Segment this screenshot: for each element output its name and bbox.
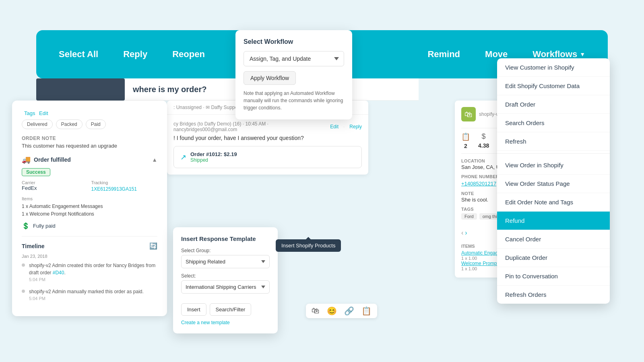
- timeline-section: Timeline 🔄 Jan 23, 2018 shopify-v2 Admin…: [22, 236, 157, 302]
- fulfilled-header: 🚚 Order fulfilled ▲: [22, 155, 157, 164]
- tracking-link[interactable]: 1XE61259913GA151: [91, 186, 137, 192]
- tag-packed: Packed: [56, 119, 83, 129]
- item-2: 1 x Welcome Prompt Notifications: [22, 210, 157, 218]
- carrier-label: Carrier: [22, 180, 88, 185]
- items-label: Items: [22, 196, 157, 201]
- dropdown-divider: [497, 153, 610, 154]
- remind-button[interactable]: Remind: [421, 46, 466, 63]
- message-text: ! I found your order, have I answered yo…: [173, 135, 362, 141]
- tag-paid: Paid: [86, 119, 106, 129]
- amount-stat: $ 4.38: [478, 132, 489, 149]
- phone-link[interactable]: +14085201217: [461, 181, 496, 187]
- edit-link[interactable]: Edit: [330, 124, 339, 130]
- timeline-dot-1: [22, 263, 25, 267]
- success-badge: Success: [22, 168, 50, 176]
- timeline-title: Timeline: [22, 243, 45, 249]
- dropdown-cancel-order[interactable]: Cancel Order: [497, 230, 610, 249]
- conversation-subject: where is my order?: [133, 85, 206, 94]
- dark-sidebar-panel: [36, 78, 125, 101]
- timeline-text-2: shopify-v2 Admin manually marked this or…: [29, 288, 144, 302]
- timeline-item-1: shopify-v2 Admin created this order for …: [22, 262, 157, 283]
- orders-icon: 📋: [461, 132, 470, 141]
- dropdown-refresh[interactable]: Refresh: [497, 132, 610, 151]
- dropdown-search-orders[interactable]: Search Orders: [497, 114, 610, 132]
- template-actions: Insert Search/Filter: [181, 303, 270, 316]
- apply-workflow-button[interactable]: Apply Workflow: [244, 71, 296, 85]
- tracking-label: Tracking: [91, 180, 158, 185]
- tags-label: Tags Edit: [22, 110, 157, 116]
- timeline-item-2: shopify-v2 Admin manually marked this or…: [22, 288, 157, 302]
- order-card-title: Order #1012: $2.19: [190, 151, 237, 157]
- dropdown-view-customer[interactable]: View Customer in Shopify: [497, 58, 610, 77]
- external-link-icon: ↗: [180, 153, 186, 162]
- tags-edit-link[interactable]: Edit: [39, 110, 48, 116]
- left-sidebar-panel: Tags Edit Delivered Packed Paid Order No…: [12, 101, 167, 316]
- dropdown-pin-to-conversation[interactable]: Pin to Conversation: [497, 267, 610, 286]
- order-fulfilled-section: 🚚 Order fulfilled ▲ Success Carrier FedE…: [22, 155, 157, 230]
- conversation-toolbar: 🛍 😊 🔗 📋: [306, 304, 377, 318]
- order-note-section: Order Note This customer has requested a…: [22, 136, 157, 149]
- order-card-info: Order #1012: $2.19 Shipped: [190, 151, 237, 163]
- create-template-link[interactable]: Create a new template: [181, 320, 270, 325]
- tracking-column: Tracking 1XE61259913GA151: [91, 180, 158, 192]
- order-note-label: Order Note: [22, 136, 157, 141]
- reply-link[interactable]: Reply: [349, 124, 362, 130]
- reply-button[interactable]: Reply: [117, 46, 154, 63]
- dollar-icon: 💲: [22, 222, 30, 230]
- item-1: 1 x Automatic Engagement Messages: [22, 203, 157, 210]
- shopify-products-tooltip: Insert Shopify Products: [276, 239, 341, 252]
- dropdown-draft-order[interactable]: Draft Order: [497, 95, 610, 114]
- amount-icon: $: [482, 132, 486, 141]
- select-all-button[interactable]: Select All: [52, 46, 105, 63]
- chevron-up-icon: ▲: [152, 156, 157, 163]
- timeline-time-2: 5:04 PM: [29, 295, 144, 302]
- next-arrow[interactable]: ›: [465, 229, 467, 237]
- message-meta: cy Bridges (to Daffy Demo) (16) · 10:45 …: [173, 121, 330, 132]
- orders-count: 2: [464, 143, 467, 149]
- draft-order-link[interactable]: #D40: [53, 270, 64, 276]
- link-icon[interactable]: 🔗: [344, 306, 354, 316]
- select-label: Select:: [181, 273, 270, 279]
- dropdown-refund[interactable]: Refund: [497, 212, 610, 230]
- timeline-refresh-icon[interactable]: 🔄: [149, 242, 157, 250]
- workflow-select[interactable]: Assign, Tag, and Update: [244, 51, 344, 66]
- tag-delivered: Delivered: [22, 119, 53, 129]
- rtag-ford: Ford: [461, 213, 477, 220]
- fulfilled-label: Order fulfilled: [34, 156, 71, 163]
- reopen-button[interactable]: Reopen: [166, 46, 211, 63]
- items-list: 1 x Automatic Engagement Messages 1 x We…: [22, 203, 157, 218]
- timeline-date: Jan 23, 2018: [22, 254, 157, 259]
- workflow-popup-title: Select Workflow: [244, 38, 344, 45]
- orders-stat: 📋 2: [461, 132, 470, 149]
- timeline-time-1: 5:04 PM: [29, 276, 157, 283]
- group-label: Select Group:: [181, 248, 270, 253]
- template-select-input[interactable]: International Shipping Carriers: [181, 280, 270, 294]
- dropdown-refresh-orders[interactable]: Refresh Orders: [497, 286, 610, 304]
- template-icon[interactable]: 📋: [361, 306, 372, 316]
- order-note-text: This customer has requested an upgrade: [22, 143, 157, 149]
- nav-arrows: ‹ ›: [461, 229, 467, 237]
- workflow-note: Note that applying an Automated Workflow…: [244, 90, 344, 111]
- insert-button[interactable]: Insert: [181, 303, 206, 316]
- right-dropdown-menu: View Customer in Shopify Edit Shopify Cu…: [497, 58, 610, 304]
- emoji-icon[interactable]: 😊: [327, 306, 337, 316]
- dropdown-view-order-shopify[interactable]: View Order in Shopify: [497, 156, 610, 175]
- timeline-text-1: shopify-v2 Admin created this order for …: [29, 262, 157, 283]
- conversation-message: cy Bridges (to Daffy Demo) (16) · 10:45 …: [167, 115, 368, 175]
- shopify-header: 🛍 shopify-v2: [461, 107, 501, 121]
- order-card-status: Shipped: [190, 157, 237, 163]
- dropdown-edit-customer[interactable]: Edit Shopify Customer Data: [497, 77, 610, 95]
- dropdown-edit-order-note[interactable]: Edit Order Note and Tags: [497, 193, 610, 212]
- template-title: Insert Response Template: [181, 235, 270, 242]
- prev-arrow[interactable]: ‹: [461, 229, 463, 237]
- amount-value: 4.38: [478, 142, 489, 149]
- carrier-value: FedEx: [22, 185, 88, 191]
- shopify-product-icon[interactable]: 🛍: [312, 306, 320, 316]
- group-select[interactable]: Shipping Related: [181, 255, 270, 268]
- order-card[interactable]: ↗ Order #1012: $2.19 Shipped: [173, 146, 362, 168]
- dropdown-view-order-status[interactable]: View Order Status Page: [497, 175, 610, 193]
- filter-button[interactable]: Search/Filter: [210, 303, 252, 316]
- timeline-header: Timeline 🔄: [22, 242, 157, 250]
- template-popup: Insert Response Template Select Group: S…: [173, 227, 278, 333]
- dropdown-duplicate-order[interactable]: Duplicate Order: [497, 249, 610, 267]
